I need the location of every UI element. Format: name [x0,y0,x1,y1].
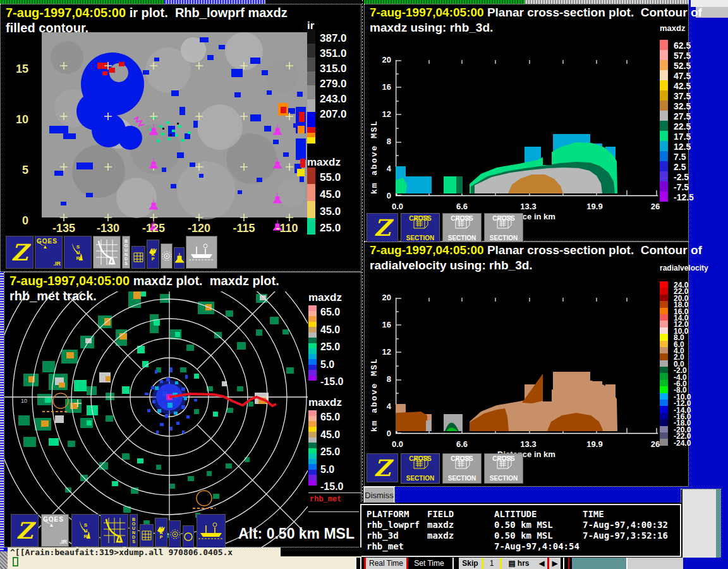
terminal-window[interactable]: ^[[Arain:beaufait:319>xdump.all 970806.0… [8,548,361,569]
col-header: TIME [583,509,680,520]
taskbar-desktop-gap [683,558,728,569]
grid-icon [142,530,152,541]
zebra-logo-icon[interactable]: Z [367,213,398,242]
map-button[interactable]: MAP [147,240,159,269]
radar-dish-icon [78,520,92,541]
terminal-cursor [13,557,18,566]
map-button[interactable]: MAP [155,518,167,547]
hrs-units-button[interactable]: ▤hrs [502,558,536,569]
cross-section-button[interactable]: CROSS SECTION [484,213,523,243]
taskbar-sep [355,558,360,569]
surveillance-button[interactable]: SUR [64,236,92,269]
map-icon [149,248,157,255]
cell-platform: rhb_3d [367,530,427,541]
col-header: ALTITUDE [494,509,583,520]
grid-button[interactable] [140,524,154,547]
x-tick: -135 [52,222,75,235]
zebra-logo-icon[interactable]: Z [367,453,398,482]
ship-button[interactable] [197,514,226,548]
step-forward-button[interactable]: ▶ [549,558,561,569]
taskbar-panel [572,558,626,569]
skip-interval-field[interactable]: 1 [483,558,500,569]
hrs-label: hrs [518,559,530,568]
window-ir-plot: 7-aug-1997,04:05:00 ir plot. Rhb_lowprf … [0,4,361,272]
range-rings-button[interactable] [161,243,173,269]
window-title: 7-aug-1997,04:05:00 Planar cross-section… [370,243,702,257]
window-xsec-radialvelocity: 7-aug-1997,04:05:00 Planar cross-section… [364,242,689,487]
window-title: 7-aug-1997,04:05:00 maxdz plot. maxdz pl… [9,274,279,288]
cell-altitude: 0.50 km MSL [494,520,583,530]
cube-icon [494,455,513,469]
title-timestamp: 7-aug-1997,04:05:00 [6,6,126,20]
bounds-button[interactable]: BOUNDS [130,514,138,547]
col-header: FIELD [427,509,494,520]
colorbar-radialvelocity: radialvelocity24.022.020.018.016.014.012… [660,264,715,460]
x-tick: 19.9 [586,439,602,449]
cube-icon [452,215,471,229]
title-text: maxdz plot. maxdz plot. [130,274,279,288]
ppi-radar-plot: 10 [4,291,308,548]
buoy-icon [175,253,184,263]
title-timestamp: 7-aug-1997,04:05:00 [370,6,484,19]
section-label: SECTION [490,235,518,242]
terminal-text: ^[[Arain:beaufait:319>xdump.all 970806.0… [10,548,233,557]
y-tick: 16 [370,320,391,329]
xsec-velocity-plot [396,298,658,438]
cell-altitude: 0.50 km MSL [494,530,583,541]
radar-grid-button[interactable] [100,514,128,547]
skip-button[interactable]: Skip [459,558,482,569]
legend-divider [308,511,362,512]
rings-icon [170,529,180,539]
terminal-scrollbar[interactable] [0,551,8,569]
ir-label: .IR [43,539,67,545]
window-title: 7-aug-1997,04:05:00 Planar cross-section… [370,6,702,20]
ship-icon [198,522,224,541]
real-time-button[interactable]: Real Time [366,558,406,569]
x-tick: -115 [233,222,255,235]
window-title-line2: filled contour. [6,21,88,35]
radar-grid-icon [102,517,126,544]
cross-section-button-active[interactable]: CROSS SECTION [401,213,440,243]
grid-button[interactable] [131,246,145,269]
set-time-button[interactable]: Set Time [408,558,450,569]
ship-button[interactable] [186,236,217,269]
zebra-z: Z [374,216,391,239]
buoy-button[interactable] [174,247,185,269]
cross-section-button[interactable]: CROSS SECTION [442,453,482,484]
y-tick: 12 [370,347,391,357]
table-row: rhb_3d maxdz 0.50 km MSL 7-Aug-97,3:52:1… [367,530,680,541]
cross-section-button[interactable]: CROSS SECTION [442,213,482,243]
x-tick: -120 [188,222,210,235]
zebra-logo-icon[interactable]: Z [11,514,39,547]
x-tick: -110 [276,222,298,235]
window-title-line2: rhb_met track. [9,289,97,303]
legend-divider [308,493,362,493]
radar-grid-icon [95,238,119,266]
table-header-row: PLATFORM FIELD ALTITUDE TIME [367,509,680,520]
surveillance-button[interactable]: SUR [71,514,99,547]
x-tick: 0.0 [392,202,403,211]
cross-section-button[interactable]: CROSS SECTION [484,453,523,484]
y-tick: 16 [370,82,391,92]
cell-time: 7-Aug-97,3:52:16 [583,530,680,541]
map-icon [157,526,166,534]
radar-grid-button[interactable] [93,236,121,269]
zebra-z: Z [374,456,391,479]
zebra-logo-icon[interactable]: Z [6,236,33,269]
circle-button[interactable] [183,525,194,548]
col-header: PLATFORM [367,509,427,520]
y-tick: 12 [370,109,391,119]
x-tick: -130 [97,222,119,235]
range-rings-button[interactable] [169,520,181,548]
altitude-readout: Alt: 0.50 km MSL [238,525,355,542]
goes-ir-button[interactable]: GOES .IR [41,514,69,547]
step-back-button[interactable]: ◀ [536,558,547,569]
title-text: Planar cross-section plot. Contour of [484,6,702,19]
radar-dish-icon [71,242,85,263]
bounds-button[interactable]: BOUNDS [122,236,130,269]
dismiss-button[interactable]: Dismiss [364,487,394,503]
section-label: SECTION [448,475,476,482]
goes-ir-button[interactable]: GOES .IR [35,236,63,269]
cross-section-button-active[interactable]: CROSS SECTION [401,453,440,484]
ship-icon [188,243,215,262]
